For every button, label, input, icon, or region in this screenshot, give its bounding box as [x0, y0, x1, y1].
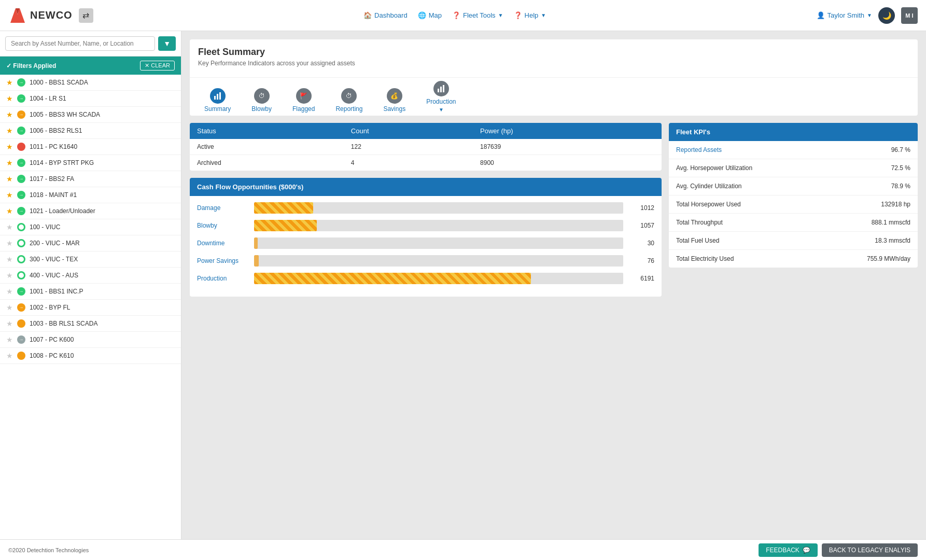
- bar-fill-damage: [254, 202, 313, 214]
- clear-filters-button[interactable]: ✕ CLEAR: [140, 61, 175, 71]
- home-icon: 🏠: [363, 11, 372, 19]
- asset-name: 1001 - BBS1 INC.P: [30, 288, 83, 295]
- bar-value-power-savings: 76: [628, 257, 654, 264]
- tabs-bar: Summary ⏱ Blowby 🚩 Flagged ⏱: [190, 77, 918, 116]
- bar-container-downtime: [254, 237, 623, 249]
- content-area: Fleet Summary Key Performance Indicators…: [181, 31, 926, 539]
- power-archived: 8900: [473, 155, 662, 171]
- count-active: 122: [344, 139, 473, 155]
- cash-flow-header: Cash Flow Opportunities ($000's): [190, 178, 662, 196]
- star-empty-icon: ★: [6, 319, 13, 328]
- star-icon: ★: [6, 175, 13, 183]
- list-item[interactable]: ★ → 1018 - MAINT #1: [0, 187, 181, 203]
- asset-name: 400 - VIUC - AUS: [30, 272, 78, 279]
- help-dropdown-icon: ▼: [541, 12, 546, 18]
- legacy-button[interactable]: BACK TO LEGACY ENALYIS: [822, 543, 918, 557]
- asset-name: 1002 - BYP FL: [30, 304, 71, 311]
- list-item[interactable]: ★ 200 - VIUC - MAR: [0, 235, 181, 251]
- list-item[interactable]: ★ → 1021 - Loader/Unloader: [0, 203, 181, 219]
- kpi-label-total-elec: Total Electricity Used: [676, 255, 734, 262]
- asset-name: 1021 - Loader/Unloader: [30, 207, 95, 215]
- fleet-top: Fleet Summary Key Performance Indicators…: [190, 39, 918, 77]
- dark-mode-button[interactable]: 🌙: [878, 7, 895, 24]
- list-item[interactable]: ★ 1003 - BB RLS1 SCADA: [0, 316, 181, 332]
- swap-icon[interactable]: ⇄: [79, 8, 93, 23]
- tab-summary[interactable]: Summary: [194, 85, 241, 116]
- fleet-tools-dropdown-icon: ▼: [498, 12, 503, 18]
- bar-label-damage[interactable]: Damage: [197, 204, 249, 212]
- list-item[interactable]: ★ → 1005 - BBS3 WH SCADA: [0, 107, 181, 123]
- list-item[interactable]: ★ → 1002 - BYP FL: [0, 300, 181, 316]
- asset-name: 1014 - BYP STRT PKG: [30, 159, 94, 166]
- list-item[interactable]: ★ 100 - VIUC: [0, 219, 181, 235]
- kpi-value-total-hp: 132918 hp: [881, 201, 910, 208]
- search-input[interactable]: [5, 36, 155, 51]
- bar-fill-downtime: [254, 237, 258, 249]
- star-empty-icon: ★: [6, 335, 13, 344]
- bar-label-blowby[interactable]: Blowby: [197, 222, 249, 229]
- nav-map[interactable]: 🌐 Map: [418, 11, 442, 19]
- tab-production[interactable]: Production ▼: [416, 78, 466, 116]
- status-indicator: [17, 319, 25, 328]
- avatar[interactable]: M I: [901, 7, 918, 24]
- star-empty-icon: ★: [6, 255, 13, 263]
- list-item[interactable]: ★ 1008 - PC K610: [0, 348, 181, 364]
- tab-blowby[interactable]: ⏱ Blowby: [241, 85, 282, 116]
- table-row: Active 122 187639: [190, 139, 662, 155]
- list-item[interactable]: ★ → 1004 - LR S1: [0, 91, 181, 107]
- list-item[interactable]: ★ → 1000 - BBS1 SCADA: [0, 75, 181, 91]
- star-icon: ★: [6, 207, 13, 215]
- newco-logo-icon: [8, 6, 27, 25]
- kpi-row-total-elec: Total Electricity Used 755.9 MWh/day: [669, 250, 918, 268]
- user-menu[interactable]: 👤 Taylor Smith ▼: [817, 11, 872, 19]
- star-icon: ★: [6, 143, 13, 151]
- bar-row-blowby: Blowby 1057: [197, 220, 654, 231]
- status-indicator: →: [17, 303, 25, 312]
- tab-savings[interactable]: 💰 Savings: [373, 85, 416, 116]
- tab-flagged[interactable]: 🚩 Flagged: [282, 85, 325, 116]
- list-item[interactable]: ★ 300 - VIUC - TEX: [0, 251, 181, 268]
- logo: NEWCO: [8, 6, 73, 25]
- filter-button[interactable]: ▼: [158, 36, 176, 51]
- list-item[interactable]: ★ → 1007 - PC K600: [0, 332, 181, 348]
- status-indicator: →: [17, 127, 25, 135]
- tab-reporting[interactable]: ⏱ Reporting: [325, 85, 373, 116]
- nav-help[interactable]: ❓ Help ▼: [514, 11, 546, 19]
- kpi-label-reported-assets[interactable]: Reported Assets: [676, 146, 722, 153]
- status-table: Status Count Power (hp) Active 122 18763…: [190, 123, 662, 171]
- kpi-row-total-hp: Total Horsepower Used 132918 hp: [669, 195, 918, 214]
- list-item[interactable]: ★ 400 - VIUC - AUS: [0, 268, 181, 284]
- globe-icon: 🌐: [418, 11, 426, 19]
- content-grid: Status Count Power (hp) Active 122 18763…: [190, 123, 918, 297]
- feedback-icon: 💬: [803, 547, 810, 554]
- kpi-row-avg-cyl: Avg. Cylinder Utilization 78.9 %: [669, 177, 918, 195]
- list-item[interactable]: ★ → 1006 - BBS2 RLS1: [0, 123, 181, 139]
- bar-label-power-savings[interactable]: Power Savings: [197, 257, 249, 264]
- status-indicator: [17, 271, 25, 279]
- nav-dashboard[interactable]: 🏠 Dashboard: [363, 11, 408, 19]
- logo-text: NEWCO: [30, 9, 73, 21]
- bar-label-downtime[interactable]: Downtime: [197, 240, 249, 247]
- bar-label-production[interactable]: Production: [197, 275, 249, 282]
- bar-container-power-savings: [254, 255, 623, 267]
- list-item[interactable]: ★ → 1001 - BBS1 INC.P: [0, 284, 181, 300]
- bar-fill-production: [254, 273, 531, 284]
- svg-rect-8: [443, 85, 444, 92]
- header-right: 👤 Taylor Smith ▼ 🌙 M I: [817, 7, 918, 24]
- nav-fleet-tools[interactable]: ❓ Fleet Tools ▼: [452, 11, 503, 19]
- kpi-label-total-hp: Total Horsepower Used: [676, 201, 741, 208]
- status-indicator: [17, 223, 25, 231]
- kpi-label-avg-cyl: Avg. Cylinder Utilization: [676, 183, 742, 190]
- col-status: Status: [190, 123, 344, 139]
- list-item[interactable]: ★ → 1014 - BYP STRT PKG: [0, 155, 181, 171]
- asset-name: 1004 - LR S1: [30, 95, 66, 102]
- header-left: NEWCO ⇄: [8, 6, 93, 25]
- feedback-button[interactable]: FEEDBACK 💬: [759, 543, 818, 557]
- tab-savings-icon: 💰: [387, 88, 402, 104]
- status-indicator: →: [17, 110, 25, 119]
- list-item[interactable]: ★ → 1017 - BBS2 FA: [0, 171, 181, 187]
- production-dropdown-icon: ▼: [439, 107, 444, 113]
- question-icon-fleet: ❓: [452, 11, 460, 19]
- list-item[interactable]: ★ 1011 - PC K1640: [0, 139, 181, 155]
- status-indicator: [17, 255, 25, 263]
